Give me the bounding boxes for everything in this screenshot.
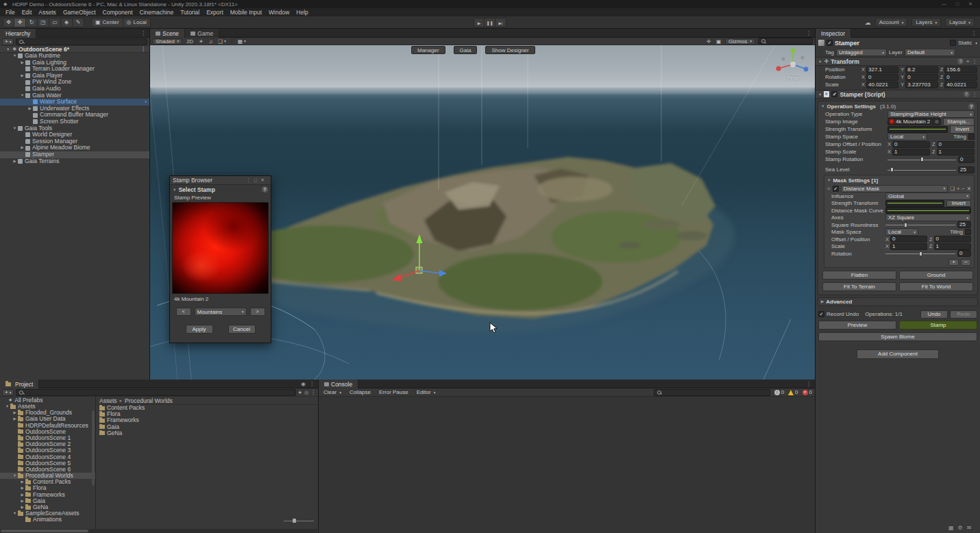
info-filter-toggle[interactable]: !0 <box>774 389 784 395</box>
distance-mask-curve[interactable] <box>885 207 971 214</box>
gizmos-dropdown[interactable]: Gizmos▾ <box>725 38 755 45</box>
stamper-component-header[interactable]: ▼ ✓ Stamper (Script) ? ⋮ <box>816 90 980 99</box>
hierarchy-item[interactable]: Gaia Audio <box>0 86 149 92</box>
console-search-input[interactable] <box>654 389 770 396</box>
ground-button[interactable]: Ground <box>899 271 973 280</box>
x-field[interactable]: 327.1 <box>866 66 898 73</box>
menu-item[interactable]: Mobile Input <box>227 8 265 16</box>
foldout-arrow-icon[interactable]: ▼ <box>173 188 176 192</box>
window-menu-icon[interactable]: ⋮ <box>246 177 251 183</box>
y-field[interactable]: 0 <box>905 74 938 81</box>
stamp-rotation-slider[interactable] <box>887 156 956 163</box>
hierarchy-item[interactable]: Stamper <box>0 151 149 158</box>
hierarchy-item[interactable]: ▼ Gaia Runtime <box>0 53 149 60</box>
component-menu-icon[interactable]: ⋮ <box>972 91 978 97</box>
editor-dropdown[interactable]: Editor▾ <box>415 389 438 396</box>
hand-tool-icon[interactable]: ✥ <box>3 18 14 27</box>
rect-tool-icon[interactable]: ▭ <box>49 18 61 27</box>
pivot-toggle-button[interactable]: ▣Center <box>91 18 123 27</box>
mask-rotation-field[interactable]: 0 <box>957 250 971 257</box>
hierarchy-item[interactable]: Screen Shotter <box>0 119 149 125</box>
menu-item[interactable]: Window <box>265 8 293 16</box>
folder-list-item[interactable]: GeNa <box>96 430 318 436</box>
stamp-rotation-field[interactable]: 0 <box>958 156 975 163</box>
record-undo-checkbox[interactable]: ✓ <box>818 311 824 317</box>
foldout-arrow-icon[interactable]: ▶ <box>12 158 18 165</box>
layers-dropdown[interactable]: Layers▾ <box>911 18 941 27</box>
help-icon[interactable]: ? <box>968 103 975 110</box>
sea-level-field[interactable]: 25 <box>958 166 975 173</box>
panel-menu-icon[interactable]: ⋮ <box>140 30 146 36</box>
message-status-icon[interactable]: ✉ <box>967 525 972 531</box>
undo-button[interactable]: Undo <box>920 310 948 319</box>
stamps-button[interactable]: Stamps... <box>943 118 975 126</box>
active-checkbox[interactable]: ✓ <box>826 40 833 46</box>
mask-scale-z-field[interactable]: 1 <box>934 243 971 250</box>
cloud-collab-icon[interactable]: ☁ <box>865 19 871 26</box>
move-tool-icon[interactable]: ✛ <box>14 18 26 27</box>
foldout-arrow-icon[interactable]: ▼ <box>19 92 25 99</box>
search-save-icon[interactable]: ★ <box>298 390 302 395</box>
layout-dropdown[interactable]: Layout▾ <box>945 18 975 27</box>
offset-z-field[interactable]: 0 <box>937 141 975 148</box>
tag-dropdown[interactable]: Untagged▾ <box>836 49 887 56</box>
thumbnail-zoom-slider[interactable] <box>284 518 314 523</box>
mask-tiling-checkbox[interactable] <box>965 229 971 235</box>
operation-settings-header[interactable]: ▼ Operation Settings (3.1.0) ? <box>820 102 976 110</box>
remove-mask-icon[interactable]: − <box>961 186 964 192</box>
stamp-browser-titlebar[interactable]: Stamp Browser ⋮ □ ✕ <box>170 176 271 185</box>
offset-x-field[interactable]: 0 <box>892 141 930 148</box>
tab-game[interactable]: Game <box>185 29 219 38</box>
mask-offset-z-field[interactable]: 0 <box>934 236 971 243</box>
foldout-arrow-icon[interactable]: ▶ <box>27 106 33 112</box>
y-field[interactable]: 3.237703 <box>905 82 938 88</box>
scale-tool-icon[interactable]: ◳ <box>38 18 49 27</box>
foldout-arrow-icon[interactable]: ▼ <box>12 510 18 517</box>
flatten-button[interactable]: Flatten <box>822 271 896 280</box>
component-menu-icon[interactable]: ⋮ <box>972 58 978 64</box>
cancel-button[interactable]: Cancel <box>228 325 256 334</box>
stamp-image-object-field[interactable]: 4k Mountain 2 ⊙ <box>887 118 941 125</box>
next-stamp-button[interactable]: > <box>250 308 265 316</box>
prefab-open-arrow[interactable]: › <box>145 99 147 106</box>
scene-search-input[interactable] <box>758 38 813 45</box>
stamp-preview-image[interactable] <box>172 202 269 294</box>
previous-stamp-button[interactable]: < <box>176 308 191 316</box>
add-mask-button[interactable]: + <box>948 259 959 266</box>
foldout-arrow-icon[interactable]: ▶ <box>19 73 25 79</box>
menu-item[interactable]: Help <box>293 8 311 16</box>
custom-tool-icon[interactable]: ✎ <box>73 18 84 27</box>
foldout-arrow-icon[interactable]: ▼ <box>12 125 18 132</box>
camera-projection-label[interactable]: Persp <box>778 75 808 80</box>
scene-root-row[interactable]: ▼ ❖ OutdoorsScene 6* ⋮ <box>0 46 149 53</box>
square-roundness-slider[interactable] <box>885 221 955 228</box>
duplicate-mask-icon[interactable]: ❏ <box>950 186 955 192</box>
scale-x-field[interactable]: 1 <box>892 149 930 156</box>
menu-item[interactable]: File <box>2 8 19 16</box>
collapse-toggle[interactable]: Collapse <box>347 389 373 396</box>
tool-handle-icon[interactable]: ✛ <box>705 38 712 45</box>
panel-menu-icon[interactable]: ⋮ <box>806 381 811 387</box>
tab-inspector[interactable]: Inspector <box>816 29 851 38</box>
foldout-arrow-icon[interactable]: ▶ <box>19 485 25 491</box>
mask-enabled-checkbox[interactable]: ✓ <box>833 186 839 192</box>
2d-toggle[interactable]: 2D <box>185 38 195 45</box>
panel-menu-icon[interactable]: ⋮ <box>309 381 315 387</box>
warning-filter-toggle[interactable]: 0 <box>788 389 798 395</box>
select-stamp-foldout[interactable]: ▼ Select Stamp ? <box>170 185 271 194</box>
hierarchy-search-input[interactable] <box>16 38 147 45</box>
scene-overlay-button[interactable]: Show Designer <box>485 46 535 54</box>
tiling-checkbox[interactable] <box>968 134 975 140</box>
close-button[interactable]: ✕ <box>968 1 972 7</box>
create-asset-button[interactable]: +▾ <box>2 389 14 396</box>
menu-item[interactable]: GameObject <box>60 8 99 16</box>
strength-transform-curve[interactable] <box>887 126 948 133</box>
menu-item[interactable]: Cinemachine <box>136 8 177 16</box>
mask-rotation-slider[interactable] <box>885 250 955 257</box>
tab-project[interactable]: Project <box>0 380 39 388</box>
foldout-arrow-icon[interactable]: ▶ <box>19 145 25 151</box>
folder-list-item[interactable]: Content Packs <box>96 405 318 411</box>
project-tree-item[interactable]: ▶ Content Packs <box>0 479 95 485</box>
close-icon[interactable]: ✕ <box>260 177 265 183</box>
foldout-arrow-icon[interactable]: ▶ <box>19 60 25 66</box>
